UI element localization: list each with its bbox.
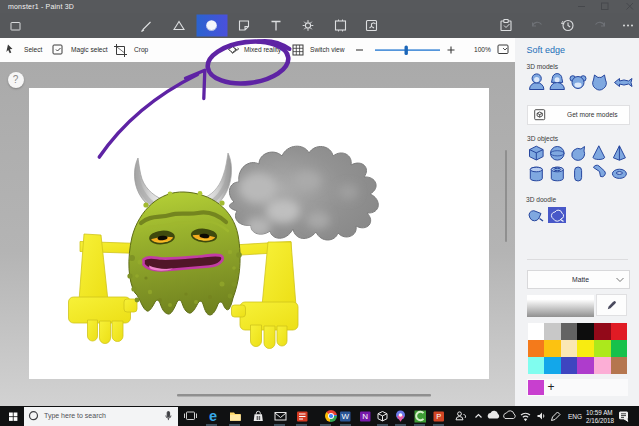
svg-text:P: P bbox=[436, 412, 441, 421]
svg-text:N: N bbox=[362, 412, 368, 421]
svg-text:e: e bbox=[209, 408, 217, 424]
svg-text:W: W bbox=[341, 412, 349, 421]
